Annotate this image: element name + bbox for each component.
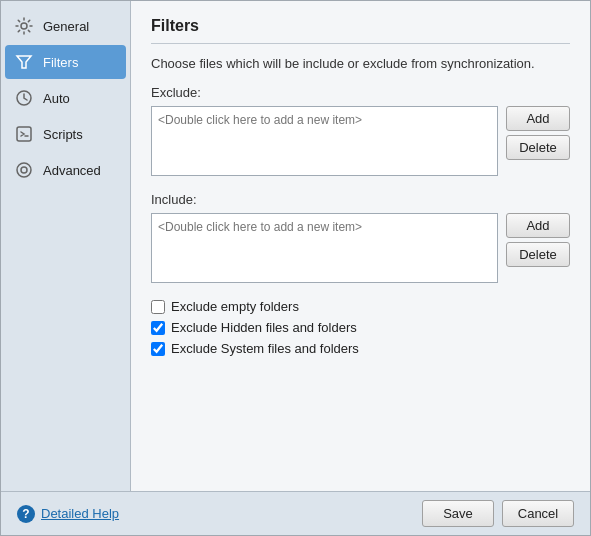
save-button[interactable]: Save [422,500,494,527]
checkbox-exclude-system-input[interactable] [151,342,165,356]
dialog: General Filters Auto [0,0,591,536]
exclude-row: Add Delete [151,106,570,176]
gear-icon [13,15,35,37]
checkbox-exclude-hidden-input[interactable] [151,321,165,335]
exclude-textarea[interactable] [151,106,498,176]
exclude-buttons: Add Delete [506,106,570,160]
checkbox-exclude-system[interactable]: Exclude System files and folders [151,341,570,356]
exclude-label: Exclude: [151,85,570,100]
exclude-delete-button[interactable]: Delete [506,135,570,160]
exclude-add-button[interactable]: Add [506,106,570,131]
sidebar-item-advanced[interactable]: Advanced [5,153,126,187]
footer-right: Save Cancel [422,500,574,527]
checkbox-exclude-hidden[interactable]: Exclude Hidden files and folders [151,320,570,335]
sidebar-item-general-label: General [43,19,89,34]
checkbox-exclude-hidden-label: Exclude Hidden files and folders [171,320,357,335]
cancel-button[interactable]: Cancel [502,500,574,527]
exclude-section: Exclude: Add Delete [151,85,570,176]
include-label: Include: [151,192,570,207]
include-section: Include: Add Delete [151,192,570,283]
sidebar-item-auto-label: Auto [43,91,70,106]
sidebar-item-general[interactable]: General [5,9,126,43]
svg-point-0 [21,23,27,29]
include-delete-button[interactable]: Delete [506,242,570,267]
auto-icon [13,87,35,109]
checkbox-exclude-empty[interactable]: Exclude empty folders [151,299,570,314]
include-add-button[interactable]: Add [506,213,570,238]
sidebar: General Filters Auto [1,1,131,491]
sidebar-item-auto[interactable]: Auto [5,81,126,115]
include-textarea[interactable] [151,213,498,283]
sidebar-item-advanced-label: Advanced [43,163,101,178]
description-text: Choose files which will be include or ex… [151,56,570,71]
checkbox-exclude-empty-label: Exclude empty folders [171,299,299,314]
include-row: Add Delete [151,213,570,283]
sidebar-item-filters-label: Filters [43,55,78,70]
checkbox-exclude-system-label: Exclude System files and folders [171,341,359,356]
sidebar-item-filters[interactable]: Filters [5,45,126,79]
scripts-icon [13,123,35,145]
footer-left: ? Detailed Help [17,505,119,523]
include-buttons: Add Delete [506,213,570,267]
svg-marker-1 [17,56,31,68]
sidebar-item-scripts[interactable]: Scripts [5,117,126,151]
help-icon: ? [17,505,35,523]
svg-point-4 [17,163,31,177]
page-title: Filters [151,17,570,44]
checkbox-group: Exclude empty folders Exclude Hidden fil… [151,299,570,356]
footer: ? Detailed Help Save Cancel [1,491,590,535]
dialog-body: General Filters Auto [1,1,590,491]
detailed-help-link[interactable]: Detailed Help [41,506,119,521]
sidebar-item-scripts-label: Scripts [43,127,83,142]
filter-icon [13,51,35,73]
checkbox-exclude-empty-input[interactable] [151,300,165,314]
main-content: Filters Choose files which will be inclu… [131,1,590,491]
advanced-icon [13,159,35,181]
svg-point-5 [21,167,27,173]
